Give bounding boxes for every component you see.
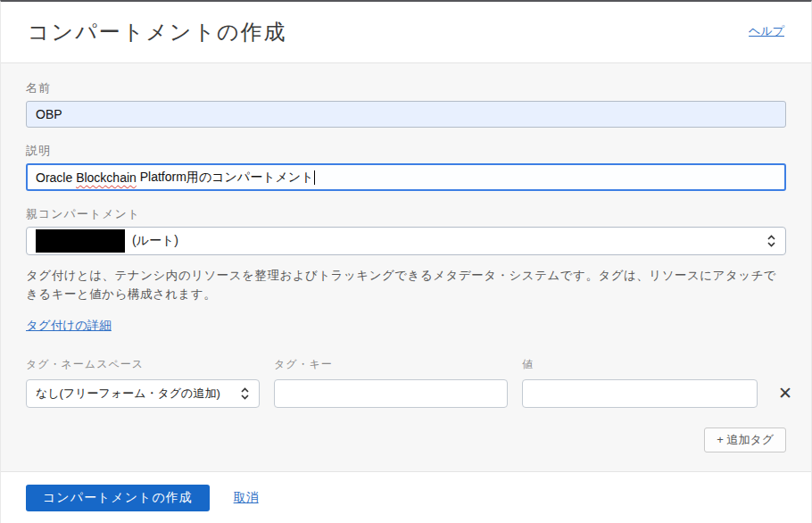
create-compartment-button[interactable]: コンパートメントの作成 — [26, 485, 210, 511]
help-link[interactable]: ヘルプ — [749, 23, 784, 39]
tag-column-headers: タグ・ネームスペース タグ・キー 値 — [26, 357, 786, 372]
description-label: 説明 — [26, 143, 786, 159]
parent-compartment-label: 親コンパートメント — [26, 206, 786, 222]
tag-value-input[interactable] — [522, 379, 758, 408]
tag-namespace-selected-option: なし(フリーフォーム・タグの追加) — [36, 386, 220, 402]
tag-value-column-label: 値 — [522, 357, 758, 372]
tagging-description: タグ付けとは、テナンシ内のリソースを整理およびトラッキングできるメタデータ・シス… — [26, 266, 786, 303]
page-title: コンパートメントの作成 — [28, 18, 287, 46]
redacted-tenancy-name — [36, 229, 125, 253]
select-chevron-icon — [766, 234, 776, 248]
tag-key-column-label: タグ・キー — [274, 357, 508, 372]
tag-key-input[interactable] — [274, 379, 508, 408]
parent-compartment-value: (ルート) — [132, 233, 178, 249]
description-text-prefix: Oracle — [36, 170, 76, 185]
description-input[interactable]: Oracle Blockchain Platform用のコンパートメント — [26, 163, 786, 191]
add-tag-row-container: + 追加タグ — [26, 428, 786, 452]
remove-tag-row-icon[interactable]: ✕ — [778, 385, 792, 402]
name-input[interactable] — [26, 101, 786, 128]
tag-namespace-select[interactable]: なし(フリーフォーム・タグの追加) — [26, 379, 260, 408]
create-compartment-dialog: コンパートメントの作成 ヘルプ 名前 説明 Oracle Blockchain … — [0, 0, 812, 523]
tag-row: なし(フリーフォーム・タグの追加) ✕ — [26, 379, 786, 408]
dialog-header: コンパートメントの作成 ヘルプ — [1, 2, 811, 63]
cancel-link[interactable]: 取消 — [234, 490, 259, 506]
dialog-footer: コンパートメントの作成 取消 — [1, 471, 811, 523]
select-chevron-icon — [240, 386, 250, 401]
text-cursor — [314, 170, 315, 185]
tag-namespace-column-label: タグ・ネームスペース — [26, 357, 260, 372]
description-text-suffix: Platform用のコンパートメント — [137, 170, 314, 186]
tagging-details-link[interactable]: タグ付けの詳細 — [26, 318, 112, 334]
add-tag-button[interactable]: + 追加タグ — [704, 428, 786, 452]
name-label: 名前 — [26, 80, 786, 96]
dialog-body: 名前 説明 Oracle Blockchain Platform用のコンパートメ… — [1, 63, 811, 471]
parent-compartment-select[interactable]: (ルート) — [26, 227, 786, 255]
description-text-misspelled: Blockchain — [76, 170, 137, 185]
